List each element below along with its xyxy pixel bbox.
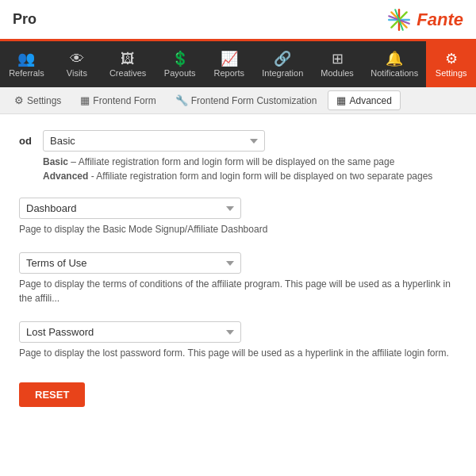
app-title: Pro <box>13 11 36 28</box>
lost-password-block: Lost Password Page to display the lost p… <box>19 321 457 360</box>
nav-item-modules[interactable]: ⊞ Modules <box>312 41 363 87</box>
terms-hint: Page to display the terms of conditions … <box>19 277 457 305</box>
dashboard-hint: Page to display the Basic Mode Signup/Af… <box>19 222 457 236</box>
reports-icon: 📈 <box>221 52 238 66</box>
nav-item-notifications[interactable]: 🔔 Notifications <box>363 41 426 87</box>
nav-item-reports[interactable]: 📈 Reports <box>205 41 254 87</box>
mode-hint: Basic – Affiliate registration form and … <box>43 155 457 183</box>
sub-nav-frontend-form-label: Frontend Form <box>93 95 155 106</box>
mode-hint-basic-label: Basic <box>43 156 68 167</box>
nav-label-creatives: Creatives <box>109 68 146 78</box>
referrals-icon: 👥 <box>17 52 35 66</box>
reset-button[interactable]: RESET <box>19 382 85 407</box>
creatives-icon: 🖼 <box>121 52 135 66</box>
mode-hint-basic-desc: – Affiliate registration form and login … <box>68 156 394 167</box>
sub-nav-settings[interactable]: ⚙ Settings <box>6 91 69 109</box>
sub-nav-settings-label: Settings <box>27 95 61 106</box>
nav-label-notifications: Notifications <box>370 68 418 78</box>
nav-bar: 👥 Referrals 👁 Visits 🖼 Creatives 💲 Payou… <box>0 41 476 87</box>
nav-item-creatives[interactable]: 🖼 Creatives <box>101 41 155 87</box>
mode-field-wrapper: Basic Advanced Basic – Affiliate registr… <box>43 130 457 183</box>
nav-item-referrals[interactable]: 👥 Referrals <box>0 41 53 87</box>
nav-label-payouts: Payouts <box>164 68 196 78</box>
nav-item-visits[interactable]: 👁 Visits <box>53 41 101 87</box>
settings-icon: ⚙ <box>445 52 458 66</box>
nav-label-modules: Modules <box>321 68 354 78</box>
lost-password-hint: Page to display the lost password form. … <box>19 346 457 360</box>
mode-select[interactable]: Basic Advanced <box>43 130 265 152</box>
sub-advanced-icon: ▦ <box>336 94 346 106</box>
mode-label: od <box>19 130 43 147</box>
nav-label-integration: Integration <box>262 68 303 78</box>
nav-item-integration[interactable]: 🔗 Integration <box>254 41 312 87</box>
visits-icon: 👁 <box>70 52 84 66</box>
sub-nav-frontend-form[interactable]: ▦ Frontend Form <box>72 91 163 109</box>
terms-block: Terms of Use Page to display the terms o… <box>19 252 457 305</box>
sub-nav-frontend-form-customization[interactable]: 🔧 Frontend Form Customization <box>167 91 325 109</box>
dashboard-block: Dashboard Page to display the Basic Mode… <box>19 198 457 236</box>
mode-hint-advanced-desc: - Affiliate registration form and login … <box>88 171 432 182</box>
sub-settings-icon: ⚙ <box>14 94 24 106</box>
nav-item-payouts[interactable]: 💲 Payouts <box>155 41 205 87</box>
sub-frontend-form-icon: ▦ <box>80 94 90 106</box>
mode-hint-advanced-label: Advanced <box>43 171 88 182</box>
brand: Fante <box>386 7 463 33</box>
sub-nav-advanced-label: Advanced <box>349 95 391 106</box>
sub-customization-icon: 🔧 <box>175 94 188 106</box>
main-content: od Basic Advanced Basic – Affiliate regi… <box>0 114 476 476</box>
mode-row: od Basic Advanced Basic – Affiliate regi… <box>19 130 457 183</box>
sub-nav-customization-label: Frontend Form Customization <box>191 95 317 106</box>
nav-label-reports: Reports <box>214 68 245 78</box>
sub-nav-advanced[interactable]: ▦ Advanced <box>328 90 400 110</box>
payouts-icon: 💲 <box>171 52 189 66</box>
brand-icon <box>386 7 412 33</box>
sub-nav: ⚙ Settings ▦ Frontend Form 🔧 Frontend Fo… <box>0 87 476 114</box>
dashboard-select[interactable]: Dashboard <box>19 198 241 219</box>
nav-item-settings[interactable]: ⚙ Settings <box>426 41 476 87</box>
nav-label-settings: Settings <box>436 68 467 78</box>
lost-password-select[interactable]: Lost Password <box>19 321 241 343</box>
nav-label-referrals: Referrals <box>9 68 44 78</box>
notifications-icon: 🔔 <box>386 52 403 66</box>
terms-select[interactable]: Terms of Use <box>19 252 241 274</box>
nav-label-visits: Visits <box>67 68 87 78</box>
brand-name: Fante <box>416 10 463 30</box>
top-header: Pro Fante <box>0 0 476 41</box>
modules-icon: ⊞ <box>332 52 344 66</box>
integration-icon: 🔗 <box>274 52 291 66</box>
